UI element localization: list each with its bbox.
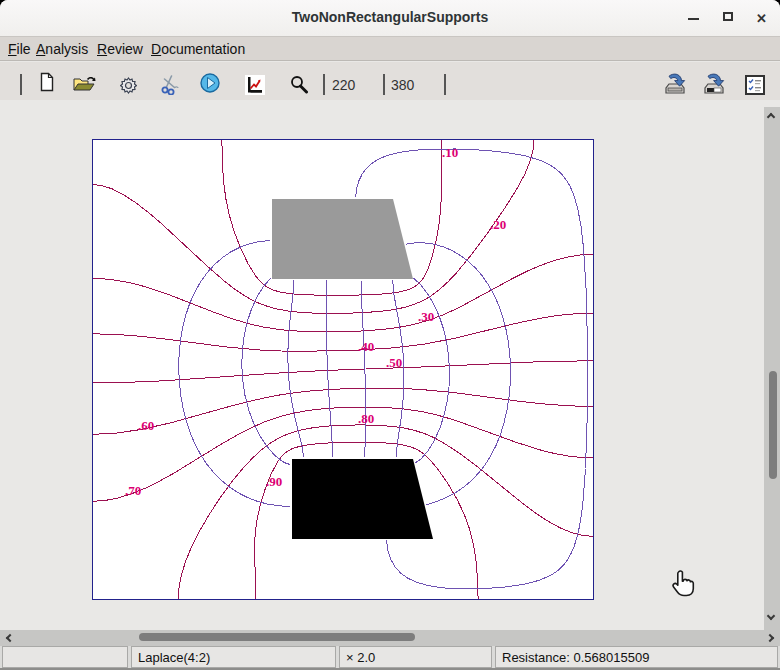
svg-text:.60: .60 [138, 418, 154, 433]
svg-text:.90: .90 [266, 474, 282, 489]
svg-text:.80: .80 [358, 411, 374, 426]
svg-text:.20: .20 [490, 217, 506, 232]
svg-text:.50: .50 [386, 355, 402, 370]
svg-text:.10: .10 [442, 145, 458, 160]
svg-text:.30: .30 [418, 309, 434, 324]
svg-text:.70: .70 [125, 483, 141, 498]
svg-text:.40: .40 [358, 339, 374, 354]
